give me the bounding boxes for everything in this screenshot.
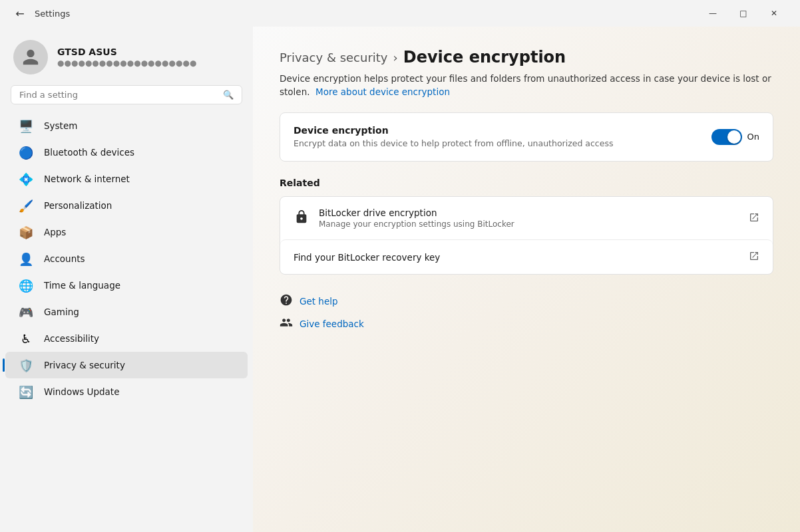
- personalization-icon: 🖌️: [19, 198, 33, 213]
- sidebar-item-label: Bluetooth & devices: [44, 147, 134, 158]
- sidebar-item-label: Privacy & security: [44, 360, 125, 370]
- sidebar-item-apps[interactable]: 📦 Apps: [5, 219, 248, 245]
- sidebar-item-label: System: [44, 120, 77, 131]
- accounts-icon: 👤: [19, 251, 33, 266]
- related-item-left: Find your BitLocker recovery key: [294, 252, 440, 263]
- bluetooth-icon: 🔵: [19, 145, 33, 160]
- page-description: Device encryption helps protect your fil…: [280, 72, 772, 99]
- sidebar-item-time[interactable]: 🌐 Time & language: [5, 272, 248, 299]
- encryption-info: Device encryption Encrypt data on this d…: [294, 125, 711, 150]
- bitlocker-item[interactable]: BitLocker drive encryption Manage your e…: [280, 197, 773, 239]
- bitlocker-icon: [294, 209, 309, 227]
- toggle-container: On: [711, 129, 759, 145]
- sidebar-item-accounts[interactable]: 👤 Accounts: [5, 245, 248, 272]
- get-help-label: Get help: [300, 296, 338, 307]
- bitlocker-title: BitLocker drive encryption: [319, 207, 514, 218]
- search-icon: 🔍: [223, 90, 234, 100]
- toggle-thumb: [727, 130, 741, 144]
- windows-update-icon: 🔄: [19, 384, 33, 399]
- user-info: GTSD ASUS ●●●●●●●●●●●●●●●●●●●●: [57, 47, 196, 68]
- sidebar-item-label: Apps: [44, 227, 66, 237]
- encryption-description: Encrypt data on this device to help prot…: [294, 138, 626, 150]
- sidebar-item-gaming[interactable]: 🎮 Gaming: [5, 299, 248, 325]
- sidebar-item-privacy[interactable]: 🛡️ Privacy & security: [5, 352, 248, 378]
- encryption-toggle[interactable]: [711, 129, 742, 145]
- more-info-link[interactable]: More about device encryption: [315, 86, 450, 97]
- sidebar-item-system[interactable]: 🖥️ System: [5, 112, 248, 139]
- sidebar-item-label: Network & internet: [44, 174, 130, 184]
- sidebar: GTSD ASUS ●●●●●●●●●●●●●●●●●●●● 🔍 🖥️ Syst…: [0, 27, 253, 532]
- related-item-left: BitLocker drive encryption Manage your e…: [294, 207, 514, 229]
- sidebar-item-label: Personalization: [44, 200, 112, 211]
- page-title: Device encryption: [403, 48, 566, 66]
- user-name: GTSD ASUS: [57, 47, 196, 57]
- get-help-link[interactable]: Get help: [280, 293, 773, 309]
- window-controls: — □ ✕: [698, 3, 789, 24]
- breadcrumb-separator: ›: [393, 51, 398, 65]
- sidebar-item-label: Accessibility: [44, 333, 99, 344]
- app-body: GTSD ASUS ●●●●●●●●●●●●●●●●●●●● 🔍 🖥️ Syst…: [0, 27, 800, 532]
- sidebar-item-label: Gaming: [44, 307, 79, 317]
- accessibility-icon: ♿: [19, 331, 33, 346]
- sidebar-item-windows-update[interactable]: 🔄 Windows Update: [5, 378, 248, 405]
- sidebar-item-label: Time & language: [44, 280, 120, 291]
- help-links: Get help Give feedback: [280, 293, 773, 332]
- give-feedback-label: Give feedback: [300, 319, 364, 329]
- sidebar-nav: 🖥️ System 🔵 Bluetooth & devices 💠 Networ…: [0, 112, 253, 405]
- sidebar-item-network[interactable]: 💠 Network & internet: [5, 166, 248, 192]
- app-title: Settings: [35, 9, 70, 19]
- give-feedback-icon: [280, 316, 293, 332]
- sidebar-item-bluetooth[interactable]: 🔵 Bluetooth & devices: [5, 139, 248, 166]
- breadcrumb: Privacy & security › Device encryption: [280, 48, 773, 66]
- time-icon: 🌐: [19, 278, 33, 293]
- back-button[interactable]: ←: [11, 4, 29, 23]
- privacy-icon: 🛡️: [19, 358, 33, 372]
- external-link-icon-2: [749, 251, 759, 263]
- sidebar-item-label: Windows Update: [44, 386, 119, 397]
- recovery-key-title: Find your BitLocker recovery key: [294, 252, 440, 263]
- titlebar: ← Settings — □ ✕: [0, 0, 800, 27]
- get-help-icon: [280, 293, 293, 309]
- search-input[interactable]: [19, 90, 218, 100]
- network-icon: 💠: [19, 172, 33, 186]
- encryption-title: Device encryption: [294, 125, 711, 136]
- maximize-button[interactable]: □: [728, 3, 759, 24]
- apps-icon: 📦: [19, 225, 33, 239]
- system-icon: 🖥️: [19, 118, 33, 133]
- encryption-card: Device encryption Encrypt data on this d…: [280, 112, 773, 162]
- back-icon: ←: [15, 7, 24, 20]
- encryption-row: Device encryption Encrypt data on this d…: [280, 113, 773, 162]
- search-container: 🔍: [0, 85, 253, 112]
- external-link-icon: [749, 212, 759, 225]
- minimize-button[interactable]: —: [698, 3, 728, 24]
- avatar: [13, 40, 48, 74]
- breadcrumb-parent: Privacy & security: [280, 51, 388, 65]
- bitlocker-info: BitLocker drive encryption Manage your e…: [319, 207, 514, 229]
- related-section-title: Related: [280, 178, 773, 188]
- sidebar-item-label: Accounts: [44, 253, 85, 264]
- give-feedback-link[interactable]: Give feedback: [280, 316, 773, 332]
- sidebar-item-personalization[interactable]: 🖌️ Personalization: [5, 192, 248, 219]
- toggle-label: On: [747, 132, 759, 142]
- sidebar-item-accessibility[interactable]: ♿ Accessibility: [5, 325, 248, 352]
- recovery-key-item[interactable]: Find your BitLocker recovery key: [280, 239, 773, 274]
- user-email: ●●●●●●●●●●●●●●●●●●●●: [57, 59, 196, 68]
- user-profile[interactable]: GTSD ASUS ●●●●●●●●●●●●●●●●●●●●: [0, 27, 253, 85]
- main-content: Privacy & security › Device encryption D…: [253, 27, 800, 532]
- bitlocker-desc: Manage your encryption settings using Bi…: [319, 219, 514, 229]
- gaming-icon: 🎮: [19, 305, 33, 319]
- related-card: BitLocker drive encryption Manage your e…: [280, 196, 773, 275]
- search-box[interactable]: 🔍: [11, 85, 242, 104]
- close-button[interactable]: ✕: [759, 3, 789, 24]
